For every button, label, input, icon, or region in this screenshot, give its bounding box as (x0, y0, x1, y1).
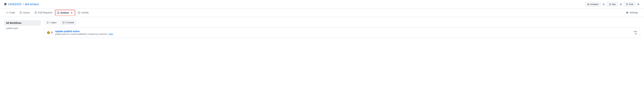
fork-button[interactable]: Fork (624, 2, 636, 6)
tab-settings[interactable]: Settings (624, 10, 640, 16)
tab-pull-requests[interactable]: Pull Requests (32, 10, 54, 16)
actions-count-badge: 1 (70, 12, 73, 14)
run-status-icons: ● (47, 31, 53, 34)
unwatch-button[interactable]: Unwatch (585, 2, 601, 6)
content-area: 1 Open 3 Closed ● Update (44, 20, 640, 38)
fork-label: Fork (629, 3, 633, 6)
publish-yaml-label: publish.yaml (6, 27, 18, 30)
run-duration-label: 0s (634, 33, 637, 35)
filter-closed-label: 3 Closed (66, 21, 74, 24)
star-button[interactable]: Star (606, 2, 618, 6)
filter-open-label: 1 Open (50, 21, 57, 24)
tab-actions-label: Actions (60, 12, 69, 14)
tab-settings-label: Settings (630, 11, 638, 14)
tab-issues-label: Issues (23, 11, 30, 14)
run-title-link[interactable]: Update publish action (55, 30, 80, 33)
run-list: ● Update publish action publish.yaml #4:… (44, 28, 640, 38)
tab-activity-label: Activity (81, 11, 88, 14)
status-in-progress-icon: ● (47, 31, 50, 34)
main-content: All Workflows publish.yaml 1 Open 3 Clos… (0, 17, 644, 41)
branch-badge: main (108, 33, 114, 35)
sidebar-item-all-workflows[interactable]: All Workflows (4, 20, 41, 26)
tab-pull-requests-label: Pull Requests (38, 11, 52, 14)
repo-icon (4, 2, 7, 6)
header-actions-group: Unwatch 1 Star 0 Fork 0 (585, 2, 640, 6)
filter-bar: 1 Open 3 Closed (44, 20, 640, 25)
repo-separator: / (23, 2, 24, 6)
unwatch-label: Unwatch (590, 3, 599, 6)
sidebar-item-publish-yaml[interactable]: publish.yaml (4, 26, 41, 31)
filter-open-button[interactable]: 1 Open (44, 20, 59, 25)
tab-code-label: Code (10, 11, 15, 14)
run-meta: publish.yaml #4: Commit eb6f4efa7c Pushe… (55, 33, 632, 35)
run-meta-text: publish.yaml #4: Commit eb6f4efa7c Pushe… (55, 33, 107, 35)
run-time: now 0s (634, 30, 637, 35)
person-icon (50, 31, 53, 34)
run-info: Update publish action publish.yaml #4: C… (55, 30, 632, 35)
unwatch-count: 1 (602, 3, 605, 6)
filter-closed-button[interactable]: 3 Closed (60, 20, 76, 25)
sidebar: All Workflows publish.yaml (4, 20, 41, 38)
fork-count: 0 (637, 3, 640, 6)
tab-actions[interactable]: Actions 1 (55, 10, 75, 16)
tab-code[interactable]: Code (4, 10, 17, 16)
star-label: Star (612, 3, 616, 6)
all-workflows-label: All Workflows (6, 22, 22, 24)
repo-name-link[interactable]: dot-emacs (25, 2, 39, 6)
run-time-label: now (634, 30, 637, 33)
star-count: 0 (619, 3, 622, 6)
repo-nav: Code Issues Pull Requests Actions 1 Acti… (0, 9, 644, 17)
repo-header: mmk2410 / dot-emacs Unwatch 1 Star 0 For… (0, 0, 644, 9)
run-item: ● Update publish action publish.yaml #4:… (44, 28, 640, 38)
tab-activity[interactable]: Activity (76, 10, 90, 16)
repo-owner-link[interactable]: mmk2410 (8, 2, 21, 6)
repo-title-group: mmk2410 / dot-emacs (4, 2, 39, 6)
tab-issues[interactable]: Issues (18, 10, 32, 16)
